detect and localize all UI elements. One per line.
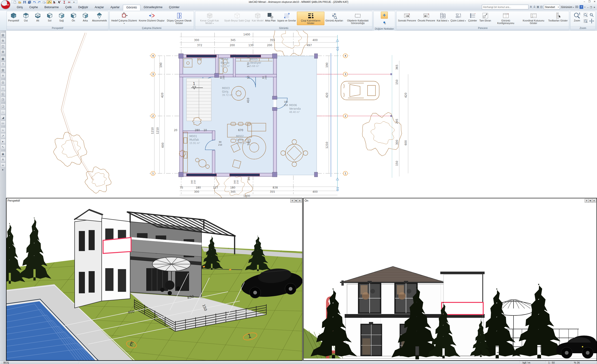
front-elevation-viewport[interactable]: Ön YNΛ (303, 198, 597, 361)
copy-objects-icon[interactable]: ⧉ (0, 38, 6, 43)
group-objects-icon[interactable]: ◳ (0, 97, 6, 102)
auto-label-icon[interactable]: A (0, 157, 6, 162)
button-izimler[interactable]: Çizimler (467, 12, 479, 22)
gorunum-dropdown[interactable]: Görünüm ▾ (561, 6, 574, 8)
dim-offset-icon[interactable] (67, 1, 71, 4)
slope-plane-icon[interactable]: ◢ (0, 115, 6, 120)
button-izim-listesi[interactable]: Çizim Listesi ▾ (450, 12, 467, 23)
tab-elik[interactable]: Çelik (62, 5, 75, 10)
button-izgara-ve-s-n-rlar[interactable]: Izgara ve Sınırlar (277, 12, 297, 22)
screen-config-icon[interactable]: ⌧ (575, 5, 578, 9)
button-d-m-noktalar-0[interactable] (381, 12, 388, 19)
tab-de-i-tir[interactable]: Değiştir (75, 5, 91, 10)
pointer-line-icon[interactable] (52, 1, 57, 4)
command-search-input[interactable] (482, 5, 528, 9)
flag-marker-icon[interactable]: ▸ (0, 139, 6, 144)
minimize-button[interactable]: – (584, 0, 585, 3)
tab-g-r-nt[interactable]: Görüntü (123, 5, 140, 11)
button-koordinat-kutusunu-g-ster[interactable]: x=y=Koordinat Kutusunu Göster (520, 12, 547, 25)
tab-giri[interactable]: Giriş (14, 5, 26, 10)
button-nceki-pencere[interactable]: Önceki Pencere (417, 12, 436, 22)
copy-document-icon[interactable]: ⊡ (0, 80, 6, 85)
zoom-prev-button[interactable] (589, 12, 595, 18)
front-elevation-view[interactable] (304, 198, 597, 360)
tab-g-rselle-tirme[interactable]: Görselleştirme (140, 5, 166, 10)
object-properties-icon[interactable]: ▤ (0, 32, 6, 37)
redo-icon[interactable] (37, 1, 41, 4)
terrain-icon[interactable]: ≈ (0, 128, 6, 133)
view-box-icon[interactable] (42, 1, 47, 4)
select-tool-icon[interactable]: ↖ (0, 144, 6, 149)
button-objelerin-katlardaki-g-r-n-rl[interactable]: Objelerin Katlardaki Görünürlüğü (344, 12, 371, 25)
button-g-r-nt-ayarlar[interactable]: Görüntü Ayarları (325, 12, 344, 22)
button-d-m-noktalar-1[interactable] (381, 19, 388, 26)
button-sa[interactable]: Sağ (56, 12, 67, 22)
button-st[interactable]: Üst (20, 12, 32, 22)
button-izgi-kal-nl-klar-n-g-ster[interactable]: Çizgi Kalınlıklarını Göster (297, 12, 324, 25)
tab-cephe[interactable]: Cephe (26, 5, 41, 10)
button-alt[interactable]: Alt (32, 12, 44, 22)
pointer-target-icon[interactable] (57, 1, 62, 4)
move-objects-icon[interactable]: ◫ (0, 44, 6, 48)
qat-more-button[interactable]: ▾ (71, 1, 76, 4)
viewport-button-y[interactable]: Y (290, 199, 294, 203)
layer-down-icon[interactable]: ≟ (533, 5, 535, 9)
help-button[interactable]: ? (580, 5, 583, 9)
point-cloud-icon[interactable]: ∴ (0, 110, 6, 114)
viewport-button-λ[interactable]: Λ (298, 199, 302, 203)
mdi-close-button[interactable]: ✕ (593, 6, 596, 9)
button-perspektif[interactable]: Perspektif (8, 12, 20, 22)
perspective-viewport[interactable]: 8304001501E Perspektif YNΛ (6, 198, 303, 361)
tab-izimler[interactable]: Çizimler (166, 5, 183, 10)
open-folder-icon[interactable] (17, 1, 22, 4)
zoom-window-button[interactable] (583, 12, 589, 18)
zoom-sel-button[interactable] (583, 18, 589, 24)
find-binoculars-icon[interactable]: ∞ (0, 163, 6, 167)
button-zoom[interactable]: Zoom (571, 12, 583, 22)
toolbar-expander[interactable]: ▶ (2, 169, 3, 171)
dim-vertical-icon[interactable] (62, 1, 66, 4)
pan-button[interactable] (589, 18, 595, 24)
button-hedef-al-ma-d-zlemi[interactable]: Hedef Çalışma Düzlemi ▾ (110, 12, 138, 25)
object-query-icon[interactable]: ? (0, 62, 6, 67)
selection-filter-icon[interactable]: ⊠ (537, 5, 539, 9)
button-aksonometrik[interactable]: Aksonometrik (91, 12, 108, 22)
floor-plan-window[interactable]: 1400300345355400372200130200497751801271… (6, 31, 597, 198)
undo-icon[interactable] (32, 1, 37, 4)
viewport-button-y[interactable]: Y (585, 199, 589, 203)
button-kesme-d-zlemi-olu-tur[interactable]: Kesme Düzlemi Oluştur (138, 12, 165, 22)
standart-dropdown[interactable]: Standart▾ (544, 5, 560, 9)
button-tam-ekran[interactable]: Tam Ekran (479, 12, 492, 22)
button-n[interactable]: Ön (68, 12, 79, 22)
save-all-icon[interactable] (27, 1, 32, 4)
button-d-ey-er-eve-olarak-g-ster[interactable]: Düşey Çerçeve Olarak Göster (165, 12, 193, 25)
window-layout-icon[interactable]: ❏ (0, 104, 6, 109)
viewport-button-n[interactable]: N (589, 199, 592, 203)
measure-icon[interactable]: ↗ (0, 133, 6, 138)
idecad-logo-icon[interactable]: ideCAD (1, 0, 10, 9)
button-arka[interactable]: Arka (79, 12, 91, 22)
mdi-restore-button[interactable]: ❐ (589, 6, 593, 9)
tab-ara-lar[interactable]: Araçlar (91, 5, 107, 10)
button-sol[interactable]: Sol (44, 12, 55, 22)
save-icon[interactable] (22, 1, 27, 4)
button-kat-listesi[interactable]: Kat listesi ▾ (436, 12, 450, 23)
button-sonraki-pencere[interactable]: Sonraki Pencere (397, 12, 417, 22)
lock-icon[interactable]: ⊡ (540, 5, 543, 9)
new-doc-icon[interactable] (12, 1, 17, 4)
help-chevron-icon[interactable]: ▾ (584, 6, 585, 8)
button-toolbarlar-g-ster[interactable]: AOTToolbarları Göster (548, 12, 568, 22)
tab-ayarlar[interactable]: Ayarlar (107, 5, 123, 10)
report-sheet-icon[interactable]: ▥ (0, 67, 6, 72)
button-g-r-nt-konfig-rasyonu[interactable]: Görüntü Konfigürasyonu (492, 12, 519, 25)
tab-betonarme[interactable]: Betonarme (41, 5, 62, 10)
maximize-button[interactable]: ❐ (588, 0, 590, 3)
floor-plan-drawing[interactable]: 1400300345355400372200130200497751801271… (6, 31, 597, 198)
paste-special-icon[interactable]: ◱ (0, 91, 6, 96)
render-materials-icon[interactable]: ◉ (0, 151, 6, 156)
viewport-button-n[interactable]: N (294, 199, 298, 203)
layer-up-icon[interactable]: ≞ (530, 5, 532, 9)
perspective-3d-view[interactable]: 8304001501E (7, 198, 302, 360)
offset-copy-icon[interactable]: ⊞ (0, 49, 6, 54)
camera-view-icon[interactable]: ▭ (0, 121, 6, 126)
